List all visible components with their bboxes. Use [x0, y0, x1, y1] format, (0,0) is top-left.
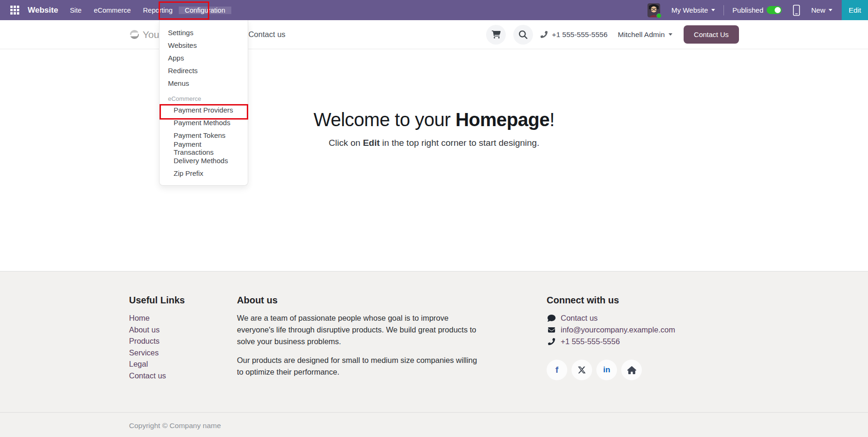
menu-item-websites[interactable]: Websites: [160, 39, 248, 52]
header-menu-contact-us[interactable]: Contact us: [248, 30, 285, 39]
footer-about-column: About us We are a team of passionate peo…: [237, 295, 547, 385]
footer-link-products[interactable]: Products: [129, 335, 237, 347]
phone-icon: [547, 338, 556, 345]
menu-item-payment-transactions[interactable]: Payment Transactions: [160, 142, 248, 154]
nav-reporting[interactable]: Reporting: [137, 7, 179, 14]
chevron-down-icon: [669, 33, 672, 36]
home-icon: [627, 366, 636, 374]
site-footer: Useful Links Home About us Products Serv…: [0, 271, 868, 437]
facebook-icon: f: [556, 365, 558, 375]
home-button[interactable]: [621, 360, 642, 380]
navbar-left: Website Site eCommerce Reporting Configu…: [0, 0, 231, 20]
phone-icon: [541, 31, 548, 38]
menu-item-delivery-methods[interactable]: Delivery Methods: [160, 154, 248, 167]
chevron-down-icon: [711, 9, 715, 11]
menu-item-payment-providers[interactable]: Payment Providers: [160, 104, 248, 116]
footer-link-about-us[interactable]: About us: [129, 324, 237, 336]
copyright-text: Copyright © Company name: [129, 413, 739, 430]
x-twitter-button[interactable]: [571, 360, 592, 380]
published-toggle[interactable]: [767, 6, 782, 14]
footer-link-services[interactable]: Services: [129, 347, 237, 359]
logo-sphere-icon: [129, 29, 140, 40]
my-website-dropdown[interactable]: My Website: [667, 6, 720, 14]
search-button[interactable]: [513, 25, 533, 45]
menu-item-menus[interactable]: Menus: [160, 77, 248, 90]
footer-column-title: Connect with us: [547, 295, 739, 306]
menu-section-ecommerce: eCommerce: [160, 93, 248, 104]
mobile-preview-button[interactable]: [793, 5, 800, 16]
footer-useful-links-column: Useful Links Home About us Products Serv…: [129, 295, 237, 385]
site-header: You Contact us +1 55: [0, 20, 868, 49]
edit-button[interactable]: Edit: [842, 0, 868, 20]
search-icon: [519, 30, 527, 39]
linkedin-icon: in: [603, 365, 610, 375]
nav-site[interactable]: Site: [64, 7, 88, 14]
menu-item-apps[interactable]: Apps: [160, 52, 248, 64]
mobile-phone-icon: [793, 5, 800, 16]
cart-icon: [492, 30, 501, 38]
menu-item-payment-methods[interactable]: Payment Methods: [160, 116, 248, 129]
app-brand-website[interactable]: Website: [22, 6, 64, 15]
header-phone-number: +1 555-555-5556: [552, 30, 608, 39]
user-account-dropdown[interactable]: Mitchell Admin: [618, 30, 672, 39]
page: Website Site eCommerce Reporting Configu…: [0, 0, 868, 437]
nav-ecommerce[interactable]: eCommerce: [88, 7, 137, 14]
divider: [723, 5, 724, 15]
x-twitter-icon: [578, 366, 586, 374]
linkedin-button[interactable]: in: [596, 360, 617, 380]
navbar-right: My Website Published New Edit: [647, 0, 868, 20]
envelope-icon: [547, 326, 556, 333]
social-links: f in: [547, 360, 739, 380]
apps-menu-button[interactable]: [8, 6, 22, 15]
footer-phone-link[interactable]: +1 555-555-5556: [547, 336, 739, 347]
footer-link-contact-us[interactable]: Contact us: [129, 370, 237, 382]
about-paragraph-2: Our products are designed for small to m…: [237, 354, 483, 378]
footer-link-legal[interactable]: Legal: [129, 358, 237, 370]
footer-connect-column: Connect with us Contact us info@yourcomp…: [547, 295, 739, 385]
chevron-down-icon: [829, 9, 832, 11]
about-paragraph-1: We are a team of passionate people whose…: [237, 312, 483, 347]
footer-column-title: About us: [237, 295, 547, 306]
menu-item-zip-prefix[interactable]: Zip Prefix: [160, 167, 248, 180]
footer-email-link[interactable]: info@yourcompany.example.com: [547, 324, 739, 336]
company-logo[interactable]: You: [129, 29, 159, 40]
logo-text: You: [143, 29, 159, 40]
new-dropdown[interactable]: New: [807, 6, 837, 14]
menu-item-settings[interactable]: Settings: [160, 26, 248, 39]
published-toggle-group: Published: [728, 6, 786, 14]
copyright-bar: Copyright © Company name: [0, 412, 868, 430]
chat-bubble-icon: [547, 314, 556, 322]
page-subtitle: Click on Edit in the top right corner to…: [0, 138, 868, 148]
apps-grid-icon: [10, 6, 19, 15]
contact-us-button[interactable]: Contact Us: [684, 25, 739, 44]
online-status-dot: [656, 13, 662, 18]
top-navbar: Website Site eCommerce Reporting Configu…: [0, 0, 868, 20]
page-title: Welcome to your Homepage!: [0, 109, 868, 130]
user-avatar[interactable]: [647, 3, 660, 17]
configuration-dropdown-menu: Settings Websites Apps Redirects Menus e…: [159, 20, 248, 186]
menu-item-redirects[interactable]: Redirects: [160, 64, 248, 77]
footer-link-home[interactable]: Home: [129, 312, 237, 324]
cart-button[interactable]: [486, 25, 506, 45]
facebook-button[interactable]: f: [547, 360, 567, 380]
footer-contact-link[interactable]: Contact us: [547, 312, 739, 324]
header-phone-link[interactable]: +1 555-555-5556: [541, 30, 608, 39]
hero-section: Welcome to your Homepage! Click on Edit …: [0, 49, 868, 148]
published-label: Published: [732, 6, 763, 14]
footer-column-title: Useful Links: [129, 295, 237, 306]
nav-configuration[interactable]: Configuration: [179, 7, 231, 14]
